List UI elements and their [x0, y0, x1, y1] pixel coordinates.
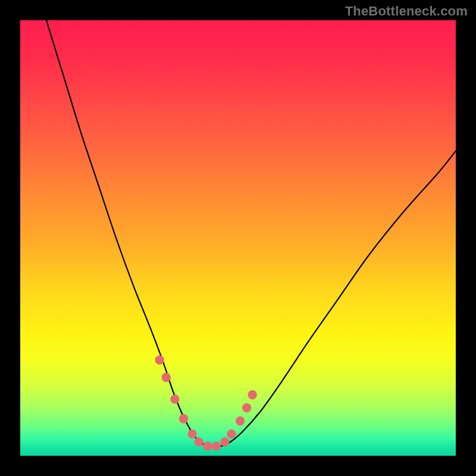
marker-dot — [248, 390, 256, 399]
chart-stage: TheBottleneck.com — [0, 0, 476, 476]
marker-dot — [179, 414, 188, 423]
marker-dot — [227, 430, 236, 439]
marker-dot — [220, 437, 229, 446]
plot-area — [20, 20, 456, 456]
marker-dot — [162, 373, 171, 382]
marker-dot — [155, 355, 164, 364]
marker-dot — [170, 394, 179, 403]
marker-dot — [187, 430, 196, 439]
highlight-markers — [155, 355, 257, 450]
marker-dot — [203, 441, 212, 450]
marker-dot — [242, 403, 251, 412]
marker-dot — [194, 437, 203, 446]
marker-layer — [20, 20, 456, 456]
watermark-text: TheBottleneck.com — [345, 4, 468, 19]
marker-dot — [212, 441, 221, 450]
marker-dot — [236, 416, 245, 425]
